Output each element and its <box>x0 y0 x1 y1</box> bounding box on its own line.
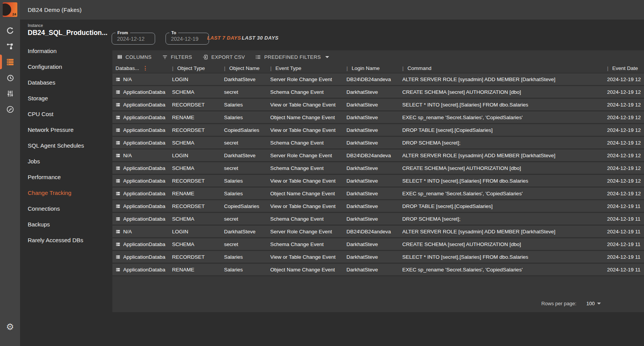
cell-command: DROP TABLE [secret].[CopiedSalaries] <box>398 124 602 137</box>
date-from-field[interactable]: From <box>112 33 155 45</box>
sidebar-item-cpu-cost[interactable]: CPU Cost <box>20 106 112 122</box>
columns-button-label: COLUMNS <box>125 54 152 60</box>
table-row[interactable]: ApplicationDatabaRENAMESalariesObject Na… <box>112 188 644 200</box>
table-row[interactable]: ApplicationDatabaSCHEMAsecretSchema Chan… <box>112 86 644 99</box>
sidebar-item-sql-agent-schedules[interactable]: SQL Agent Schedules <box>20 138 112 153</box>
column-header-object-name[interactable]: |Object Name <box>219 63 266 73</box>
table-row[interactable]: ApplicationDatabaRECORDSETSalariesView o… <box>112 251 644 264</box>
filters-button[interactable]: FILTERS <box>162 54 192 60</box>
sidebar-item-backups[interactable]: Backups <box>20 216 112 232</box>
rows-per-page-label: Rows per page: <box>541 301 576 306</box>
cell-login-name: DarkhatSteve <box>342 213 398 226</box>
sidebar-item-information[interactable]: Information <box>20 43 112 59</box>
events-table-wrap: Databas...⋮|Object Type|Object Name|Even… <box>112 63 644 276</box>
table-row[interactable]: ApplicationDatabaSCHEMAsecretSchema Chan… <box>112 162 644 175</box>
cell-database: ApplicationDataba <box>112 200 167 213</box>
date-to-field[interactable]: To <box>166 33 209 45</box>
sidebar-item-configuration[interactable]: Configuration <box>20 59 112 75</box>
cell-event-date: 2024-12-19 12 <box>602 86 644 99</box>
cell-object-type: RENAME <box>167 111 219 124</box>
cell-object-name: secret <box>219 238 266 251</box>
cell-event-date: 2024-12-19 12 <box>602 188 644 200</box>
table-row[interactable]: ApplicationDatabaSCHEMAsecretSchema Chan… <box>112 137 644 150</box>
table-row[interactable]: ApplicationDatabaRENAMESalariesObject Na… <box>112 264 644 276</box>
rows-per-page-select[interactable]: 100 <box>586 301 601 306</box>
export-csv-button[interactable]: EXPORT CSV <box>202 54 245 60</box>
rail-item-support[interactable] <box>0 103 20 116</box>
cell-command: SELECT * INTO [secret].[Salaries] FROM d… <box>398 251 602 264</box>
cell-event-date: 2024-12-19 12 <box>602 137 644 150</box>
cell-event-type: View or Table Change Event <box>266 99 342 111</box>
table-row[interactable]: ApplicationDatabaRECORDSETSalariesView o… <box>112 175 644 188</box>
column-header-login-name[interactable]: |Login Name <box>342 63 398 73</box>
cell-login-name: DarkhatSteve <box>342 124 398 137</box>
cell-database: ApplicationDataba <box>112 162 167 175</box>
table-row[interactable]: ApplicationDatabaRECORDSETSalariesView o… <box>112 99 644 111</box>
cell-database: ApplicationDataba <box>112 86 167 99</box>
sidebar-item-performance[interactable]: Performance <box>20 169 112 185</box>
table-row[interactable]: N/ALOGINDarkhatSteveServer Role Change E… <box>112 150 644 162</box>
cell-object-name: Salaries <box>219 99 266 111</box>
table-row[interactable]: ApplicationDatabaRENAMESalariesObject Na… <box>112 111 644 124</box>
sidebar-item-change-tracking[interactable]: Change Tracking <box>20 185 112 201</box>
database-icon <box>115 153 120 158</box>
columns-button[interactable]: COLUMNS <box>117 54 152 60</box>
cell-object-name: secret <box>219 137 266 150</box>
column-header-event-date[interactable]: |Event Date <box>602 63 644 73</box>
last-7-days-button[interactable]: LAST 7 DAYS <box>207 35 241 41</box>
column-header-databas-[interactable]: Databas...⋮ <box>112 63 167 73</box>
rail-item-settings[interactable]: ⚙ <box>0 323 20 331</box>
sidebar-item-databases[interactable]: Databases <box>20 75 112 90</box>
table-row[interactable]: ApplicationDatabaSCHEMAsecretSchema Chan… <box>112 238 644 251</box>
rows-per-page-value: 100 <box>586 301 595 306</box>
rail-item-tune[interactable] <box>0 87 20 100</box>
database-icon <box>115 77 120 82</box>
cell-command: CREATE SCHEMA [secret] AUTHORIZATION [db… <box>398 238 602 251</box>
database-icon <box>115 115 120 120</box>
cell-command: EXEC sp_rename 'Secret.Salaries', 'Copie… <box>398 111 602 124</box>
cell-login-name: DarkhatSteve <box>342 264 398 276</box>
sidebar-nav: InformationConfigurationDatabasesStorage… <box>20 43 112 248</box>
cell-login-name: DarkhatSteve <box>342 238 398 251</box>
cell-event-date: 2024-12-19 12 <box>602 175 644 188</box>
cell-object-type: LOGIN <box>167 226 219 238</box>
column-menu-icon[interactable]: ⋮ <box>143 65 148 71</box>
instance-block: Instance DB24_SQL_Production... <box>28 23 109 37</box>
column-header-command[interactable]: |Command <box>398 63 602 73</box>
sidebar-item-connections[interactable]: Connections <box>20 201 112 216</box>
table-row[interactable]: ApplicationDatabaSCHEMAsecretSchema Chan… <box>112 213 644 226</box>
rail-item-servers-active[interactable] <box>0 55 20 68</box>
rail-item-refresh[interactable] <box>0 24 20 37</box>
column-header-event-type[interactable]: |Event Type <box>266 63 342 73</box>
cell-database: N/A <box>112 150 167 162</box>
cell-command: CREATE SCHEMA [secret] AUTHORIZATION [db… <box>398 86 602 99</box>
table-row[interactable]: ApplicationDatabaRECORDSETCopiedSalaries… <box>112 200 644 213</box>
cell-login-name: DarkhatSteve <box>342 188 398 200</box>
database-icon <box>115 90 120 95</box>
rail-item-history[interactable] <box>0 71 20 84</box>
last-30-days-button[interactable]: LAST 30 DAYS <box>242 35 279 41</box>
table-row[interactable]: N/ALOGINDarkhatSteveServer Role Change E… <box>112 226 644 238</box>
sidebar-item-rarely-accessed-dbs[interactable]: Rarely Accessed DBs <box>20 232 112 248</box>
cell-database: ApplicationDataba <box>112 99 167 111</box>
cell-event-date: 2024-12-19 12 <box>602 150 644 162</box>
cell-database: ApplicationDataba <box>112 175 167 188</box>
change-tracking-panel: COLUMNS FILTERS EXPORT CSV <box>112 50 644 312</box>
cell-object-type: LOGIN <box>167 150 219 162</box>
cell-object-name: Salaries <box>219 251 266 264</box>
instance-name[interactable]: DB24_SQL_Production... <box>28 29 109 37</box>
table-row[interactable]: ApplicationDatabaRECORDSETCopiedSalaries… <box>112 124 644 137</box>
rail-item-topology[interactable] <box>0 40 20 53</box>
topology-icon <box>6 42 15 51</box>
predefined-filters-button[interactable]: PREDEFINED FILTERS <box>255 54 329 60</box>
database-icon <box>115 255 120 260</box>
cell-database: ApplicationDataba <box>112 213 167 226</box>
sidebar-item-storage[interactable]: Storage <box>20 90 112 106</box>
sidebar-item-jobs[interactable]: Jobs <box>20 153 112 169</box>
sidebar-item-network-pressure[interactable]: Network Pressure <box>20 122 112 138</box>
cell-event-date: 2024-12-19 12 <box>602 99 644 111</box>
table-row[interactable]: N/ALOGINDarkhatSteveServer Role Change E… <box>112 73 644 86</box>
column-header-object-type[interactable]: |Object Type <box>167 63 219 73</box>
cell-command: SELECT * INTO [secret].[Salaries] FROM d… <box>398 175 602 188</box>
icon-rail: 24 <box>0 0 20 346</box>
